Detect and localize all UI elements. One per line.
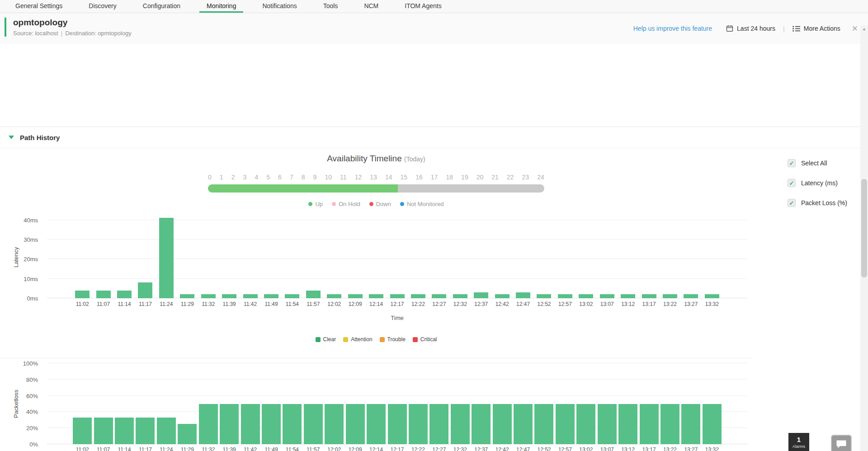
latency-bar[interactable] <box>138 282 152 298</box>
legend-label: Not Monitored <box>407 201 444 207</box>
tab-itom-agents[interactable]: ITOM Agents <box>397 0 448 13</box>
more-actions-button[interactable]: More Actions <box>793 25 840 32</box>
latency-bar[interactable] <box>390 294 405 298</box>
tab-monitoring[interactable]: Monitoring <box>199 0 243 13</box>
packetloss-bar[interactable] <box>325 404 344 445</box>
latency-bar[interactable] <box>264 294 278 298</box>
latency-bar[interactable] <box>537 294 551 298</box>
packetloss-bar[interactable] <box>241 404 260 445</box>
packetloss-bar[interactable] <box>451 404 470 445</box>
checkbox-packet-loss[interactable]: ✓Packet Loss (%) <box>788 199 847 207</box>
availability-legend-item[interactable]: Down <box>369 201 391 207</box>
latency-bar[interactable] <box>432 294 446 298</box>
status-dot-icon <box>308 202 312 206</box>
severity-label: Attention <box>351 336 372 343</box>
severity-legend-item[interactable]: Trouble <box>380 336 406 343</box>
latency-bar[interactable] <box>285 294 299 298</box>
checkbox-latency-ms[interactable]: ✓Latency (ms) <box>788 179 847 187</box>
packetloss-bar[interactable] <box>262 404 281 445</box>
alarms-badge[interactable]: 1 Alarms <box>788 433 809 451</box>
availability-legend-item[interactable]: On Hold <box>332 201 360 207</box>
tab-general-settings[interactable]: General Settings <box>8 0 70 13</box>
time-range-selector[interactable]: Last 24 hours <box>726 25 775 32</box>
tab-ncm[interactable]: NCM <box>357 0 386 13</box>
packetloss-bar[interactable] <box>576 404 595 445</box>
help-improve-link[interactable]: Help us improve this feature <box>633 25 712 32</box>
packetloss-bar[interactable] <box>409 404 428 445</box>
latency-bar[interactable] <box>75 291 90 298</box>
latency-bar[interactable] <box>642 294 656 298</box>
packetloss-bar[interactable] <box>681 404 700 445</box>
packetloss-bar-slot <box>282 363 302 444</box>
packetloss-bar[interactable] <box>178 424 197 444</box>
close-icon[interactable]: ✕ <box>852 24 858 33</box>
packetloss-bar[interactable] <box>346 404 365 445</box>
more-actions-label: More Actions <box>804 25 840 32</box>
latency-bar[interactable] <box>705 294 719 298</box>
latency-bar[interactable] <box>159 218 174 298</box>
packetloss-bar[interactable] <box>220 404 239 445</box>
tab-discovery[interactable]: Discovery <box>81 0 123 13</box>
packetloss-bar[interactable] <box>514 404 533 445</box>
latency-bar[interactable] <box>621 294 635 298</box>
packetloss-bar[interactable] <box>304 404 323 445</box>
latency-bar-slot <box>513 216 533 298</box>
packetloss-bar[interactable] <box>472 404 491 445</box>
checkbox-select-all[interactable]: ✓Select All <box>788 159 847 167</box>
tab-configuration[interactable]: Configuration <box>136 0 188 13</box>
latency-bar[interactable] <box>516 292 530 298</box>
chat-button[interactable] <box>831 435 852 451</box>
packetloss-bar[interactable] <box>136 418 155 444</box>
packetloss-bar[interactable] <box>367 404 386 445</box>
latency-bar[interactable] <box>600 294 614 298</box>
latency-bar[interactable] <box>306 291 321 298</box>
tab-notifications[interactable]: Notifications <box>255 0 304 13</box>
packetloss-bar[interactable] <box>598 404 617 445</box>
latency-bar[interactable] <box>684 294 698 298</box>
packetloss-bar[interactable] <box>556 404 575 445</box>
severity-legend-item[interactable]: Clear <box>316 336 336 343</box>
latency-bar[interactable] <box>474 292 488 298</box>
packetloss-bar[interactable] <box>534 404 553 445</box>
packetloss-xtick: 13:12 <box>618 446 638 451</box>
packetloss-bar[interactable] <box>703 404 722 445</box>
availability-legend-item[interactable]: Up <box>308 201 323 207</box>
latency-bar[interactable] <box>348 294 363 298</box>
packetloss-bar[interactable] <box>660 404 679 445</box>
packetloss-bar[interactable] <box>493 404 512 445</box>
latency-bar[interactable] <box>201 294 216 298</box>
latency-bar[interactable] <box>117 291 132 298</box>
vertical-scrollbar[interactable]: ▲ <box>860 25 868 451</box>
latency-bar[interactable] <box>663 294 677 298</box>
packetloss-bar[interactable] <box>115 418 134 444</box>
scrollbar-up-arrow-icon[interactable]: ▲ <box>860 25 868 33</box>
packetloss-bar[interactable] <box>283 404 302 445</box>
severity-legend-item[interactable]: Attention <box>343 336 372 343</box>
packetloss-bar[interactable] <box>429 404 448 445</box>
latency-bar[interactable] <box>243 294 258 298</box>
availability-legend-item[interactable]: Not Monitored <box>400 201 444 207</box>
latency-bar[interactable] <box>411 294 425 298</box>
tab-tools[interactable]: Tools <box>316 0 345 13</box>
packetloss-bar[interactable] <box>73 418 92 444</box>
packetloss-bar[interactable] <box>618 404 637 445</box>
latency-bar[interactable] <box>327 294 341 298</box>
collapse-caret-icon[interactable] <box>9 136 14 139</box>
packetloss-bar[interactable] <box>199 404 218 445</box>
latency-bar[interactable] <box>369 294 383 298</box>
packetloss-bar[interactable] <box>94 418 113 444</box>
availability-progress-bar[interactable] <box>208 184 544 193</box>
packetloss-bar[interactable] <box>388 404 407 445</box>
latency-bar[interactable] <box>453 294 467 298</box>
latency-bar[interactable] <box>180 294 194 298</box>
latency-bar[interactable] <box>558 294 572 298</box>
scrollbar-thumb[interactable] <box>861 179 867 277</box>
packetloss-bar[interactable] <box>640 404 659 445</box>
latency-bar[interactable] <box>495 294 509 298</box>
latency-chart: Latency 0ms10ms20ms30ms40ms 11:0211:0711… <box>0 212 752 325</box>
severity-legend-item[interactable]: Critical <box>413 336 437 343</box>
latency-bar[interactable] <box>579 294 593 298</box>
latency-bar[interactable] <box>96 291 111 298</box>
packetloss-bar[interactable] <box>157 418 176 444</box>
latency-bar[interactable] <box>222 294 236 298</box>
